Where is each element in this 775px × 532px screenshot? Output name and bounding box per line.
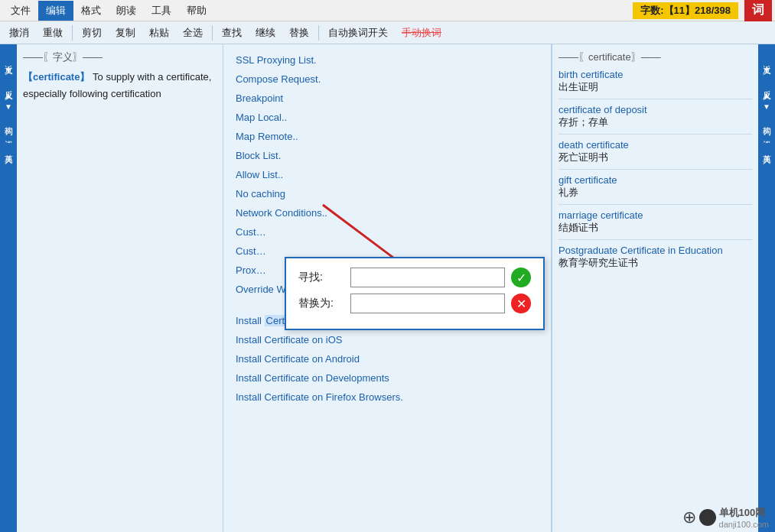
menu-list-item-4[interactable]: Map Remote.. (233, 127, 542, 146)
cert-zh-2: 死亡证明书 (558, 151, 752, 164)
find-button[interactable]: 查找 (216, 24, 248, 42)
sidebar-right-endict[interactable]: 英典 (761, 143, 773, 154)
cert-zh-5: 教育学研究生证书 (558, 256, 752, 270)
sidebar-left-endict[interactable]: 英典 (3, 143, 15, 154)
paste-button[interactable]: 粘贴 (143, 24, 175, 42)
menu-list-item-1[interactable]: Compose Request. (233, 70, 542, 89)
cut-button[interactable]: 剪切 (76, 24, 108, 42)
sidebar-left-handict[interactable]: 汉典 (3, 129, 15, 140)
right-panel-title: ——〖certificate〗—— (558, 50, 752, 64)
cert-en-4: marriage certificate (558, 209, 752, 221)
cert-zh-3: 礼券 (558, 186, 752, 200)
cert-entry-1: certificate of deposit 存折；存单 (558, 104, 752, 129)
cert-en-0: birth certificate (558, 69, 752, 80)
toolbar-sep-3 (318, 25, 319, 41)
menu-format[interactable]: 格式 (73, 1, 109, 21)
cert-zh-4: 结婚证书 (558, 221, 752, 235)
sidebar-right-near[interactable]: 近义 (761, 54, 773, 64)
menu-list-item-6[interactable]: Allow List.. (233, 165, 542, 184)
cert-entry-3: gift certificate 礼券 (558, 174, 752, 200)
logo-badge: 词 (744, 0, 772, 21)
menu-list-item-3[interactable]: Map Local.. (233, 108, 542, 127)
watermark-icon: ⊕ (682, 508, 696, 527)
menu-list-item-9[interactable]: Cust… (233, 222, 542, 242)
copy-button[interactable]: 复制 (109, 24, 142, 42)
cert-en-5: Postgraduate Certificate in Education (558, 245, 752, 256)
right-panel: ——〖certificate〗—— birth certificate 出生证明… (552, 44, 758, 532)
redo-button[interactable]: 重做 (37, 24, 69, 42)
main-layout: 近义 ▼ 反义 ▲ ▼ 构词 汉典 英典 ——〖字义〗—— 【certifica… (0, 44, 775, 532)
cert-divider-4 (558, 239, 752, 240)
cert-en-2: death certificate (558, 139, 752, 151)
sidebar-left-near[interactable]: 近义 (3, 54, 15, 64)
cert-entry-4: marriage certificate 结婚证书 (558, 209, 752, 235)
sidebar-right-handict[interactable]: 汉典 (761, 129, 773, 140)
left-panel-title: ——〖字义〗—— (23, 50, 217, 64)
cert-divider-0 (558, 99, 752, 99)
menu-list-item-5[interactable]: Block List. (233, 146, 542, 165)
definition-key: 【certificate】 (23, 71, 90, 83)
menu-list-item-8[interactable]: Network Conditions.. (233, 203, 542, 222)
find-input[interactable] (350, 268, 505, 287)
menu-tools[interactable]: 工具 (144, 1, 179, 21)
replace-input[interactable] (350, 294, 505, 313)
menu-file[interactable]: 文件 (3, 1, 38, 21)
sidebar-right-arrow-up-1[interactable]: ▲ (761, 89, 772, 101)
center-panel: SSL Proxying List. Compose Request. Brea… (223, 44, 552, 532)
find-label: 寻找: (298, 271, 344, 284)
menu-help[interactable]: 帮助 (179, 1, 214, 21)
select-all-button[interactable]: 全选 (177, 24, 209, 42)
cert-entry-0: birth certificate 出生证明 (558, 69, 752, 94)
sidebar-right-arrow-down-2[interactable]: ▼ (761, 101, 772, 112)
replace-cancel-button[interactable]: ✕ (511, 294, 531, 313)
cert-entry-5: Postgraduate Certificate in Education 教育… (558, 245, 752, 270)
install-link-4[interactable]: Install Certificate on Firefox Browsers. (233, 388, 542, 407)
sidebar-right-arrow-down-1[interactable]: ▼ (761, 64, 772, 76)
definition-text: 【certificate】 To supply with a certifica… (23, 69, 217, 102)
toolbar-sep-1 (72, 25, 73, 41)
replace-label: 替换为: (298, 297, 344, 310)
manual-replace-btn[interactable]: 手动换词 (396, 24, 448, 42)
cert-entry-2: death certificate 死亡证明书 (558, 139, 752, 164)
sidebar-right-anti[interactable]: 反义 (761, 79, 773, 89)
watermark: ⊕ 单机100网 danji100.com (682, 506, 769, 529)
find-replace-dialog: 寻找: ✓ 替换为: ✕ (285, 257, 545, 330)
install-link-3[interactable]: Install Certificate on Developments (233, 368, 542, 388)
sidebar-left-arrow-down-1[interactable]: ▼ (3, 64, 14, 76)
toolbar: 撤消 重做 剪切 复制 粘贴 全选 查找 继续 替换 自动换词开关 手动换词 (0, 21, 775, 44)
toolbar-sep-2 (212, 25, 213, 41)
install-link-1[interactable]: Install Certificate on iOS (233, 330, 542, 349)
menu-list-item-0[interactable]: SSL Proxying List. (233, 50, 542, 70)
sidebar-left-arrow-down-2[interactable]: ▼ (3, 101, 14, 112)
left-panel: ——〖字义〗—— 【certificate】 To supply with a … (17, 44, 223, 532)
menu-list-item-2[interactable]: Breakpoint (233, 89, 542, 108)
watermark-circle (699, 509, 716, 526)
cert-divider-2 (558, 169, 752, 170)
menu-edit[interactable]: 编辑 (38, 1, 73, 21)
sidebar-right-compose[interactable]: 构词 (761, 115, 773, 126)
cert-en-1: certificate of deposit (558, 104, 752, 115)
sidebar-left-compose[interactable]: 构词 (3, 115, 15, 126)
menu-list-item-7[interactable]: No caching (233, 184, 542, 203)
cert-zh-0: 出生证明 (558, 80, 752, 94)
cert-en-3: gift certificate (558, 174, 752, 186)
menu-read[interactable]: 朗读 (109, 1, 144, 21)
install-link-2[interactable]: Install Certificate on Android (233, 349, 542, 368)
left-sidebar: 近义 ▼ 反义 ▲ ▼ 构词 汉典 英典 (0, 44, 17, 532)
auto-replace-toggle[interactable]: 自动换词开关 (322, 24, 394, 42)
right-sidebar: 近义 ▼ 反义 ▲ ▼ 构词 汉典 英典 (758, 44, 775, 532)
replace-row: 替换为: ✕ (298, 294, 531, 313)
cert-zh-1: 存折；存单 (558, 115, 752, 129)
sidebar-left-arrow-up-1[interactable]: ▲ (3, 89, 14, 101)
word-count-badge: 字数:【11】218/398 (633, 2, 738, 19)
cert-divider-3 (558, 204, 752, 205)
replace-button[interactable]: 替换 (283, 24, 315, 42)
undo-button[interactable]: 撤消 (3, 24, 35, 42)
find-ok-button[interactable]: ✓ (511, 268, 531, 287)
watermark-text: 单机100网 danji100.com (719, 506, 769, 529)
sidebar-left-anti[interactable]: 反义 (3, 79, 15, 89)
continue-button[interactable]: 继续 (249, 24, 282, 42)
cert-divider-1 (558, 134, 752, 135)
menu-bar: 文件 编辑 格式 朗读 工具 帮助 字数:【11】218/398 词 (0, 0, 775, 21)
find-row: 寻找: ✓ (298, 268, 531, 287)
